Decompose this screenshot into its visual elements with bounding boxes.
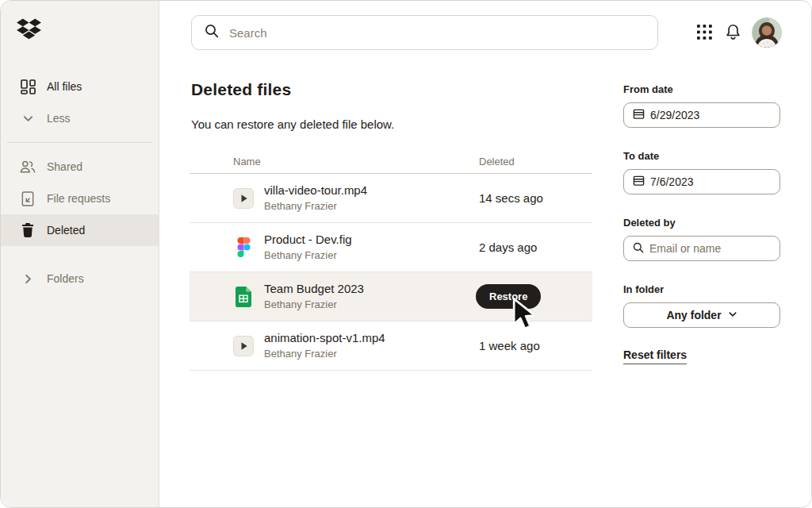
sidebar-nav: All files Less Shared File requests Dele… <box>1 71 159 294</box>
to-date-label: To date <box>623 150 659 162</box>
table-row[interactable]: Product - Dev.fig Bethany Frazier 2 days… <box>190 223 592 272</box>
search-icon <box>205 24 219 41</box>
calendar-icon <box>633 108 645 122</box>
page-subtitle: You can restore any deleted file below. <box>191 117 394 131</box>
chevron-down-icon <box>728 309 737 321</box>
chevron-right-icon <box>20 273 36 285</box>
notifications-bell-icon[interactable] <box>725 23 741 44</box>
reset-filters-link[interactable]: Reset filters <box>623 348 687 364</box>
trash-icon <box>20 223 36 237</box>
file-owner: Bethany Frazier <box>264 248 352 263</box>
sidebar-item[interactable]: Shared <box>1 151 159 183</box>
dropbox-logo-icon <box>17 18 159 40</box>
all-files-icon <box>20 79 36 94</box>
search-icon <box>633 242 644 256</box>
video-file-icon <box>233 336 254 356</box>
sidebar-item-label: All files <box>47 80 82 93</box>
from-date-label: From date <box>623 83 673 95</box>
column-header-name: Name <box>190 156 479 167</box>
deleted-by-label: Deleted by <box>623 217 676 229</box>
restore-button[interactable]: Restore <box>476 284 541 309</box>
search-placeholder: Search <box>229 26 267 40</box>
sidebar-item-label: Less <box>47 112 71 125</box>
in-folder-select[interactable]: Any folder <box>623 302 780 328</box>
in-folder-value: Any folder <box>666 309 721 321</box>
people-icon <box>20 160 36 174</box>
sidebar: All files Less Shared File requests Dele… <box>1 1 159 507</box>
from-date-value: 6/29/2023 <box>650 109 699 121</box>
sidebar-item[interactable]: Less <box>1 102 159 134</box>
sidebar-item-label: Folders <box>47 272 84 285</box>
table-body: villa-video-tour.mp4 Bethany Frazier 14 … <box>190 174 592 371</box>
table-row[interactable]: Team Budget 2023 Bethany Frazier Restore <box>190 272 592 321</box>
deleted-time: 2 days ago <box>479 241 537 254</box>
sidebar-item[interactable]: Deleted <box>1 214 159 246</box>
file-name: villa-video-tour.mp4 <box>264 183 367 198</box>
deleted-time: 1 week ago <box>479 339 540 352</box>
file-request-icon <box>20 191 36 206</box>
file-name: animation-spot-v1.mp4 <box>264 330 385 346</box>
chevron-down-icon <box>20 113 36 125</box>
file-owner: Bethany Frazier <box>264 347 385 361</box>
search-input[interactable]: Search <box>191 15 658 50</box>
sidebar-item[interactable]: All files <box>1 71 159 102</box>
sidebar-divider <box>7 142 152 143</box>
sidebar-item-label: Shared <box>47 160 82 173</box>
table-row[interactable]: villa-video-tour.mp4 Bethany Frazier 14 … <box>190 174 592 223</box>
deleted-by-input[interactable]: Email or name <box>623 236 780 261</box>
file-name: Team Budget 2023 <box>264 281 364 297</box>
apps-grid-icon[interactable] <box>697 25 712 43</box>
file-name: Product - Dev.fig <box>264 232 352 248</box>
from-date-input[interactable]: 6/29/2023 <box>623 102 780 128</box>
deleted-by-placeholder: Email or name <box>649 242 721 255</box>
table-row[interactable]: animation-spot-v1.mp4 Bethany Frazier 1 … <box>190 321 592 371</box>
deleted-time: 14 secs ago <box>479 191 543 205</box>
sidebar-item[interactable]: File requests <box>1 183 159 214</box>
in-folder-label: In folder <box>623 283 664 295</box>
main-area: Search <box>159 1 811 507</box>
calendar-icon <box>633 175 645 189</box>
figma-file-icon <box>233 237 254 258</box>
file-owner: Bethany Frazier <box>264 298 364 312</box>
table-header: Name Deleted <box>190 150 592 174</box>
column-header-deleted: Deleted <box>479 156 592 167</box>
video-file-icon <box>233 188 254 209</box>
file-owner: Bethany Frazier <box>264 199 367 214</box>
user-avatar[interactable] <box>752 17 782 48</box>
to-date-value: 7/6/2023 <box>650 175 694 188</box>
sidebar-item-label: Deleted <box>47 224 85 237</box>
to-date-input[interactable]: 7/6/2023 <box>623 169 780 194</box>
sidebar-item-label: File requests <box>47 192 110 205</box>
deleted-files-table: Name Deleted villa-video-tour.mp4 Bethan… <box>190 150 592 371</box>
page-title: Deleted files <box>191 80 291 99</box>
spreadsheet-file-icon <box>233 287 254 307</box>
app-window: All files Less Shared File requests Dele… <box>0 0 812 508</box>
sidebar-item[interactable]: Folders <box>1 263 159 294</box>
